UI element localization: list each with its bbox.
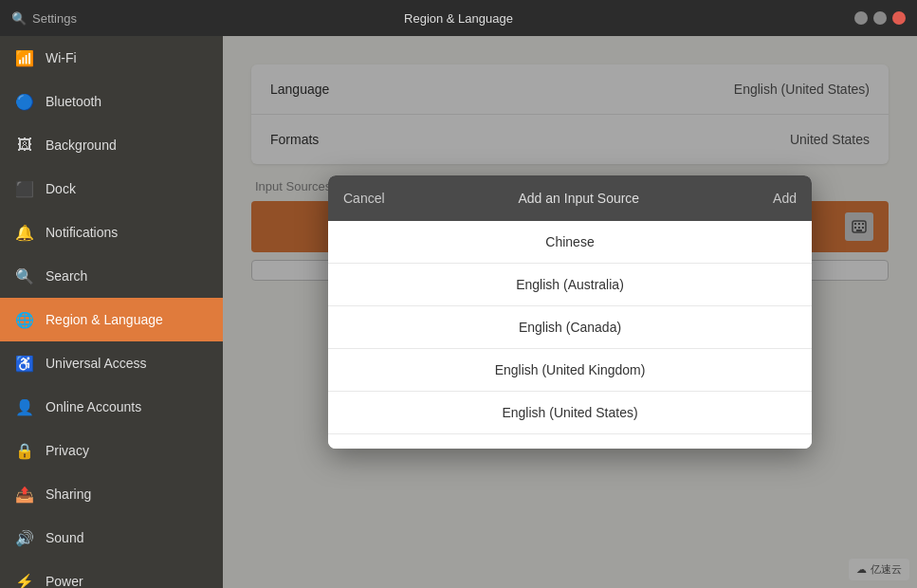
sidebar-label-sharing: Sharing <box>46 487 91 502</box>
window-title: Region & Language <box>404 11 513 26</box>
app-name: Settings <box>32 11 77 26</box>
region-icon: 🌐 <box>15 310 34 329</box>
titlebar-search-area: 🔍 Settings <box>11 11 77 26</box>
sidebar-item-search[interactable]: 🔍 Search <box>0 254 223 298</box>
sidebar-item-region-language[interactable]: 🌐 Region & Language <box>0 298 223 341</box>
background-icon: 🖼 <box>15 136 34 155</box>
sidebar-item-dock[interactable]: ⬛ Dock <box>0 167 223 211</box>
dialog-add-button[interactable]: Add <box>773 191 797 206</box>
privacy-icon: 🔒 <box>15 441 34 460</box>
wifi-icon: 📶 <box>15 48 34 67</box>
maximize-button[interactable] <box>873 11 887 25</box>
window-controls <box>854 11 906 25</box>
sidebar-item-bluetooth[interactable]: 🔵 Bluetooth <box>0 80 223 123</box>
sidebar-item-power[interactable]: ⚡ Power <box>0 560 223 588</box>
sidebar-item-sound[interactable]: 🔊 Sound <box>0 516 223 560</box>
power-icon: ⚡ <box>15 572 34 588</box>
sidebar-label-bluetooth: Bluetooth <box>46 94 101 109</box>
bluetooth-icon: 🔵 <box>15 92 34 111</box>
list-item-english-uk[interactable]: English (United Kingdom) <box>328 349 812 392</box>
search-icon: 🔍 <box>11 11 27 26</box>
search-sidebar-icon: 🔍 <box>15 266 34 285</box>
sidebar-item-wifi[interactable]: 📶 Wi-Fi <box>0 36 223 80</box>
content-area: Language English (United States) Formats… <box>223 36 917 588</box>
minimize-button[interactable] <box>854 11 868 25</box>
universal-access-icon: ♿ <box>15 354 34 373</box>
dialog-overlay: Cancel Add an Input Source Add Chinese E… <box>223 36 917 588</box>
sidebar-label-universal-access: Universal Access <box>46 356 147 371</box>
dialog-title: Add an Input Source <box>519 191 640 206</box>
sidebar-item-universal-access[interactable]: ♿ Universal Access <box>0 341 223 385</box>
sidebar-label-region: Region & Language <box>46 312 163 327</box>
close-button[interactable] <box>892 11 906 25</box>
add-input-source-dialog: Cancel Add an Input Source Add Chinese E… <box>328 175 812 449</box>
list-item-english-australia[interactable]: English (Australia) <box>328 264 812 306</box>
sharing-icon: 📤 <box>15 485 34 504</box>
sidebar-label-sound: Sound <box>46 530 83 545</box>
sidebar-label-online-accounts: Online Accounts <box>46 399 141 414</box>
dock-icon: ⬛ <box>15 179 34 198</box>
list-item-english-canada[interactable]: English (Canada) <box>328 306 812 349</box>
sidebar-label-wifi: Wi-Fi <box>46 50 77 65</box>
sidebar: 📶 Wi-Fi 🔵 Bluetooth 🖼 Background ⬛ Dock … <box>0 36 223 588</box>
sidebar-label-dock: Dock <box>46 181 76 196</box>
sidebar-item-online-accounts[interactable]: 👤 Online Accounts <box>0 385 223 429</box>
notifications-icon: 🔔 <box>15 223 34 242</box>
list-item-japanese[interactable]: Japanese <box>328 434 812 449</box>
dialog-cancel-button[interactable]: Cancel <box>343 191 385 206</box>
sidebar-label-privacy: Privacy <box>46 443 89 458</box>
titlebar: 🔍 Settings Region & Language <box>0 0 917 36</box>
online-accounts-icon: 👤 <box>15 397 34 416</box>
list-item-chinese[interactable]: Chinese <box>328 221 812 264</box>
sidebar-label-search: Search <box>46 268 87 284</box>
dialog-header: Cancel Add an Input Source Add <box>328 175 812 221</box>
dialog-list: Chinese English (Australia) English (Can… <box>328 221 812 449</box>
sidebar-item-sharing[interactable]: 📤 Sharing <box>0 472 223 516</box>
sidebar-item-privacy[interactable]: 🔒 Privacy <box>0 429 223 472</box>
list-item-english-us[interactable]: English (United States) <box>328 392 812 434</box>
sidebar-item-notifications[interactable]: 🔔 Notifications <box>0 211 223 254</box>
sidebar-label-notifications: Notifications <box>46 225 118 240</box>
main-layout: 📶 Wi-Fi 🔵 Bluetooth 🖼 Background ⬛ Dock … <box>0 36 917 588</box>
sidebar-item-background[interactable]: 🖼 Background <box>0 123 223 167</box>
sidebar-label-power: Power <box>46 574 83 588</box>
sidebar-label-background: Background <box>46 138 117 153</box>
sound-icon: 🔊 <box>15 528 34 547</box>
